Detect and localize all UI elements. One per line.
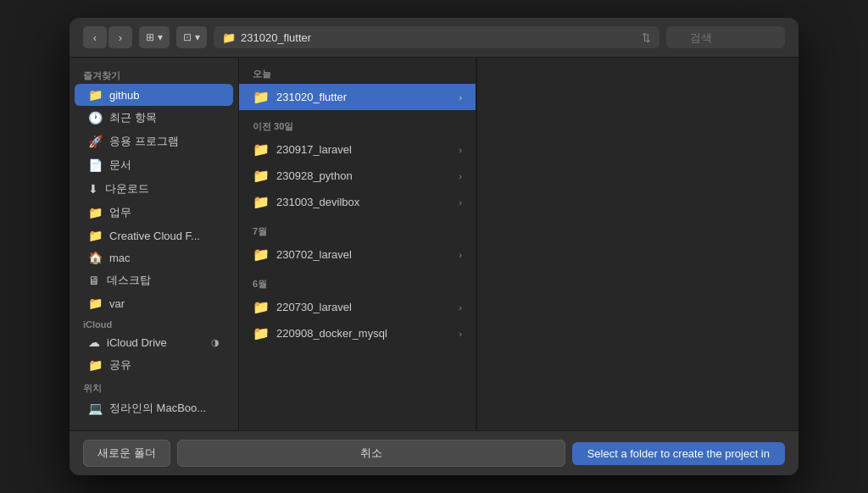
sidebar-item-shared[interactable]: 📁 공유 [75, 353, 233, 377]
folder-icon: 📁 [253, 325, 270, 341]
open-dialog: ‹ › ⊞ ▾ ⊡ ▾ 📁 231020_flutter ⇅ 🔍 즐겨찾기 [70, 18, 798, 475]
empty-panel [477, 58, 798, 430]
computer-icon: 💻 [88, 402, 103, 415]
location-folder-icon: 📁 [222, 31, 236, 44]
july-header: 7월 [239, 215, 476, 241]
folder-icon: 📁 [88, 229, 103, 242]
sidebar-item-label: 데스크탑 [107, 273, 151, 288]
file-item-230702laravel[interactable]: 📁 230702_laravel › [239, 241, 476, 268]
sidebar-item-var[interactable]: 📁 var [75, 292, 233, 314]
shared-folder-icon: 📁 [88, 358, 103, 372]
sidebar-item-documents[interactable]: 📄 문서 [75, 153, 233, 177]
nav-buttons: ‹ › [83, 26, 132, 48]
doc-icon: 📄 [88, 158, 103, 172]
file-name: 230928_python [276, 169, 353, 182]
file-name: 220908_docker_mysql [276, 327, 387, 340]
sidebar-item-desktop[interactable]: 🖥 데스크탑 [75, 269, 233, 292]
file-name: 231020_flutter [276, 91, 347, 103]
file-name: 230917_laravel [276, 143, 352, 156]
sidebar-item-label: iCloud Drive [107, 336, 167, 349]
location-arrows: ⇅ [642, 31, 651, 44]
sidebar-item-label: 최근 항목 [109, 110, 157, 125]
icloud-label: iCloud [70, 314, 238, 331]
search-input[interactable] [666, 26, 785, 48]
cloud-icon: ☁ [88, 335, 100, 349]
sidebar-item-label: 업무 [109, 205, 131, 220]
chevron-right-icon: › [459, 171, 462, 181]
file-item-231003devilbox[interactable]: 📁 231003_devilbox › [239, 189, 476, 215]
location-bar[interactable]: 📁 231020_flutter ⇅ [214, 26, 659, 48]
columns-icon: ⊞ [146, 31, 154, 43]
select-folder-button[interactable]: Select a folder to create the project in [572, 442, 785, 465]
folder-icon: 📁 [253, 194, 270, 210]
chevron-right-icon: › [459, 329, 462, 339]
prev30-header: 이전 30일 [239, 110, 476, 136]
sidebar-item-mac[interactable]: 🏠 mac [75, 246, 233, 269]
sidebar-item-label: mac [109, 252, 131, 264]
sidebar-item-label: 공유 [109, 357, 131, 373]
chevron-right-icon: › [459, 197, 462, 208]
folder-icon: 📁 [253, 246, 270, 263]
download-icon: ⬇ [88, 182, 98, 196]
file-item-220730laravel[interactable]: 📁 220730_laravel › [239, 294, 476, 320]
sidebar-item-label: github [109, 89, 139, 102]
new-folder-button[interactable]: 새로운 폴더 [83, 440, 170, 467]
grid-icon: ⊡ [183, 31, 192, 43]
file-item-230917laravel[interactable]: 📁 230917_laravel › [239, 136, 476, 163]
folder-icon: 📁 [253, 168, 270, 184]
location-name: 231020_flutter [241, 31, 311, 44]
icloud-badge: ◑ [211, 337, 220, 348]
folder-icon: 📁 [88, 206, 103, 219]
columns-arrow: ▾ [158, 31, 163, 43]
desktop-icon: 🖥 [88, 274, 100, 287]
back-button[interactable]: ‹ [83, 26, 107, 48]
favorites-label: 즐겨찾기 [70, 64, 238, 84]
folder-icon: 📁 [88, 296, 103, 310]
sidebar-item-macbook[interactable]: 💻 정라인의 MacBoo... [75, 396, 233, 420]
sidebar-item-recent[interactable]: 🕐 최근 항목 [75, 106, 233, 130]
view-grid-button[interactable]: ⊡ ▾ [176, 26, 207, 48]
file-item-220908docker[interactable]: 📁 220908_docker_mysql › [239, 320, 476, 346]
folder-icon: 📁 [253, 89, 270, 105]
folder-icon: 📁 [253, 299, 270, 315]
sidebar-item-icloud-drive[interactable]: ☁ iCloud Drive ◑ [75, 331, 233, 353]
cancel-button[interactable]: 취소 [177, 440, 565, 467]
file-name: 231003_devilbox [276, 196, 359, 208]
grid-arrow: ▾ [195, 31, 200, 43]
sidebar-item-label: 문서 [109, 158, 131, 173]
sidebar-item-label: 정라인의 MacBoo... [109, 401, 206, 416]
sidebar-item-work[interactable]: 📁 업무 [75, 201, 233, 224]
sidebar-item-creative-cloud[interactable]: 📁 Creative Cloud F... [75, 224, 233, 246]
june-header: 6월 [239, 268, 476, 294]
forward-button[interactable]: › [108, 26, 132, 48]
sidebar-item-applications[interactable]: 🚀 응용 프로그램 [75, 130, 233, 153]
clock-icon: 🕐 [88, 111, 103, 125]
file-item-230928python[interactable]: 📁 230928_python › [239, 163, 476, 189]
file-item-231020flutter[interactable]: 📁 231020_flutter › [239, 84, 476, 110]
file-name: 220730_laravel [276, 301, 352, 313]
sidebar-item-label: var [109, 297, 125, 310]
footer: 새로운 폴더 취소 Select a folder to create the … [70, 430, 798, 475]
home-icon: 🏠 [88, 251, 103, 264]
today-header: 오늘 [239, 58, 476, 84]
location-label: 위치 [70, 377, 238, 396]
column-panel: 오늘 📁 231020_flutter › 이전 30일 📁 230917_la… [239, 58, 476, 430]
chevron-right-icon: › [459, 302, 462, 313]
rocket-icon: 🚀 [88, 135, 103, 148]
folder-icon: 📁 [88, 88, 103, 102]
chevron-right-icon: › [459, 250, 462, 260]
toolbar: ‹ › ⊞ ▾ ⊡ ▾ 📁 231020_flutter ⇅ 🔍 [70, 18, 798, 58]
search-wrapper: 🔍 [666, 26, 785, 48]
chevron-right-icon: › [459, 92, 462, 102]
sidebar-item-github[interactable]: 📁 github [75, 84, 233, 106]
view-columns-button[interactable]: ⊞ ▾ [139, 26, 170, 48]
sidebar-item-label: 응용 프로그램 [109, 134, 179, 149]
sidebar-item-label: Creative Cloud F... [109, 230, 200, 242]
chevron-right-icon: › [459, 145, 462, 155]
sidebar: 즐겨찾기 📁 github 🕐 최근 항목 🚀 응용 프로그램 📄 문서 ⬇ 다… [70, 58, 239, 430]
file-name: 230702_laravel [276, 248, 352, 261]
sidebar-item-label: 다운로드 [105, 181, 149, 197]
main-area: 즐겨찾기 📁 github 🕐 최근 항목 🚀 응용 프로그램 📄 문서 ⬇ 다… [70, 58, 798, 430]
sidebar-item-downloads[interactable]: ⬇ 다운로드 [75, 177, 233, 201]
folder-icon: 📁 [253, 141, 270, 158]
